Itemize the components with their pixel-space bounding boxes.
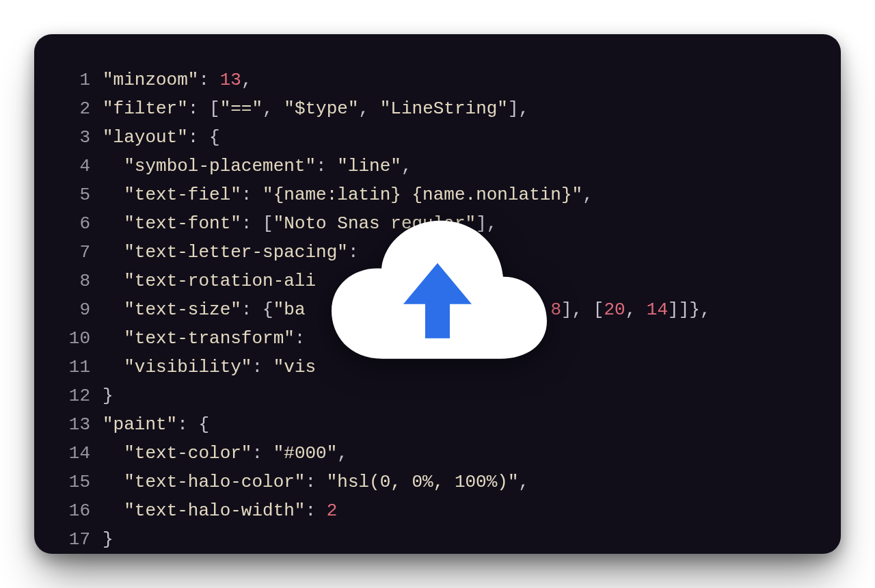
line-content: "text-halo-color": "hsl(0, 0%, 100%)", [103, 468, 529, 496]
line-number: 13 [48, 410, 103, 439]
line-number: 9 [48, 295, 103, 324]
line-content: "text-fiel": "{name:latin} {name.nonlati… [103, 181, 593, 209]
line-content: "text-halo-width": 2 [103, 496, 337, 525]
code-line: 3"layout": { [48, 123, 813, 152]
line-content: "text-transform": [103, 324, 305, 353]
code-line: 10 "text-transform": [48, 324, 813, 353]
code-line: 15 "text-halo-color": "hsl(0, 0%, 100%)"… [48, 468, 813, 496]
line-number: 7 [48, 238, 103, 267]
line-content: "layout": { [103, 123, 220, 152]
code-line: 4 "symbol-placement": "line", [48, 152, 813, 181]
code-line: 5 "text-fiel": "{name:latin} {name.nonla… [48, 181, 813, 209]
line-number: 3 [48, 123, 103, 152]
code-line: 13"paint": { [48, 410, 813, 439]
line-content: "symbol-placement": "line", [103, 152, 412, 181]
code-line: 1"minzoom": 13, [48, 66, 813, 94]
code-line: 14 "text-color": "#000", [48, 439, 813, 468]
code-line: 2"filter": ["==", "$type", "LineString"]… [48, 94, 813, 123]
line-number: 6 [48, 209, 103, 238]
line-number: 8 [48, 267, 103, 295]
line-content: "text-color": "#000", [103, 439, 348, 468]
code-line: 12} [48, 382, 813, 410]
line-number: 10 [48, 324, 103, 353]
line-content: "minzoom": 13, [103, 66, 252, 94]
line-number: 11 [48, 353, 103, 382]
line-content: "text-size": {"ba [[10, 8], [20, 14]]}, [103, 295, 711, 324]
line-number: 16 [48, 496, 103, 525]
code-line: 6 "text-font": ["Noto Snas regular"], [48, 209, 813, 238]
line-content: "text-rotation-ali [103, 267, 316, 295]
line-number: 1 [48, 66, 103, 94]
code-line: 17} [48, 525, 813, 554]
line-number: 12 [48, 382, 103, 410]
line-number: 5 [48, 181, 103, 209]
line-content: "filter": ["==", "$type", "LineString"], [103, 94, 529, 123]
line-number: 17 [48, 525, 103, 554]
code-line: 7 "text-letter-spacing": [48, 238, 813, 267]
line-content: } [103, 525, 113, 554]
line-number: 15 [48, 468, 103, 496]
line-number: 2 [48, 94, 103, 123]
code-line: 9 "text-size": {"ba [[10, 8], [20, 14]]}… [48, 295, 813, 324]
code-editor-card: 1"minzoom": 13,2"filter": ["==", "$type"… [34, 34, 841, 554]
code-line: 8 "text-rotation-ali [48, 267, 813, 295]
code-line: 16 "text-halo-width": 2 [48, 496, 813, 525]
line-content: "paint": { [103, 410, 209, 439]
line-content: "text-font": ["Noto Snas regular"], [103, 209, 497, 238]
line-number: 14 [48, 439, 103, 468]
code-line: 11 "visibility": "vis [48, 353, 813, 382]
line-number: 4 [48, 152, 103, 181]
line-content: "visibility": "vis [103, 353, 316, 382]
code-area[interactable]: 1"minzoom": 13,2"filter": ["==", "$type"… [48, 66, 813, 522]
line-content: "text-letter-spacing": [103, 238, 358, 267]
line-content: } [103, 382, 113, 410]
